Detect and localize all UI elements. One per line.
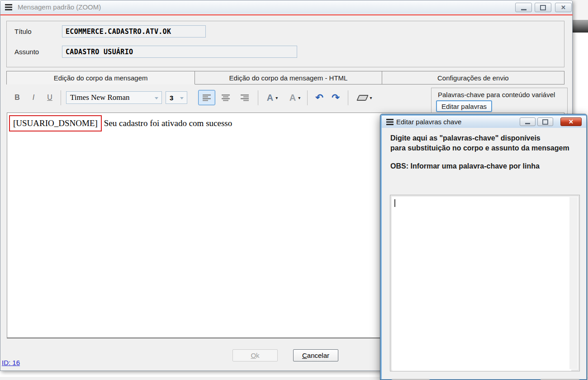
maximize-icon: [540, 5, 546, 10]
dialog-close-button[interactable]: ✕: [560, 117, 582, 126]
cancel-button[interactable]: Cancelar: [293, 349, 338, 361]
note-line: OBS: Informar uma palavra-chave por linh…: [390, 162, 540, 170]
maximize-button[interactable]: [535, 3, 551, 12]
bold-button[interactable]: B: [10, 90, 24, 105]
background-window-band: [573, 20, 588, 33]
keywords-textarea-frame: [390, 195, 580, 371]
tab-configuracoes-envio[interactable]: Configurações de envio: [382, 71, 564, 84]
menu-icon[interactable]: [5, 4, 12, 5]
main-titlebar[interactable]: Mensagem padrão (ZOOM) ✕: [0, 0, 572, 14]
chevron-down-icon: [180, 97, 184, 99]
font-size-select[interactable]: 3: [166, 91, 187, 104]
font-family-select[interactable]: Times New Roman: [66, 91, 162, 104]
redo-icon: ↷: [332, 92, 340, 103]
eraser-button[interactable]: ▾: [352, 90, 378, 105]
eraser-icon: [357, 95, 369, 101]
tab-edicao-corpo[interactable]: Edição do corpo da mensagem: [7, 71, 195, 84]
toolbar-separator: [258, 90, 258, 105]
ok-button-label: Ok: [251, 352, 259, 359]
close-icon: ✕: [569, 119, 574, 125]
chevron-down-icon: [155, 97, 158, 99]
italic-button[interactable]: I: [27, 90, 40, 105]
minimize-icon: [521, 9, 526, 10]
editor-line: [USUARIO_DSNOME] Seu cadastro foi ativad…: [9, 115, 232, 131]
undo-icon: ↶: [315, 92, 323, 103]
instructions-line2: para substituição no corpo e assunto da …: [390, 144, 569, 152]
dialog-titlebar[interactable]: Editar palavras chave ✕: [382, 116, 586, 128]
undo-button[interactable]: ↶: [312, 90, 327, 105]
toolbar-separator: [348, 90, 348, 105]
close-button[interactable]: ✕: [555, 3, 572, 12]
font-size-value: 3: [166, 94, 173, 102]
dialog-body: Digite aqui as "palavras-chave" disponív…: [382, 128, 586, 379]
fields-groupbox: Título ECOMMERCE.CADASTRO.ATV.OK Assunto…: [6, 21, 564, 67]
text-color-button[interactable]: A ▾: [262, 90, 283, 105]
instructions-line1: Digite aqui as "palavras-chave" disponív…: [390, 134, 541, 142]
underline-button[interactable]: U: [43, 90, 57, 105]
maximize-icon: [542, 119, 548, 125]
align-center-icon: [221, 94, 230, 101]
assunto-input[interactable]: CADASTRO USUÁRIO: [62, 46, 297, 58]
editor-text: Seu cadastro foi ativado com sucesso: [104, 118, 232, 128]
align-right-icon: [240, 94, 249, 101]
background-strip: [573, 0, 588, 20]
edit-keywords-button[interactable]: Editar palavras: [436, 100, 492, 112]
cancel-button-label: Cancelar: [302, 352, 329, 359]
chevron-down-icon: ▾: [275, 95, 278, 100]
assunto-label: Assunto: [14, 48, 39, 56]
align-center-button[interactable]: [217, 90, 234, 105]
accent-divider: [0, 14, 573, 15]
id-link[interactable]: ID: 16: [2, 359, 20, 366]
textarea-scrollbar-track[interactable]: [569, 197, 578, 369]
edit-keywords-dialog: Editar palavras chave ✕ Digite aqui as "…: [380, 114, 587, 380]
chevron-down-icon: ▾: [298, 95, 300, 100]
font-family-value: Times New Roman: [66, 93, 130, 102]
minimize-button[interactable]: [515, 3, 532, 12]
toolbar-separator: [307, 90, 308, 105]
keywords-textarea[interactable]: [392, 197, 571, 371]
toolbar-separator: [61, 90, 61, 105]
tab-bar: Edição do corpo da mensagem Edição do co…: [6, 71, 564, 84]
chevron-down-icon: ▾: [370, 95, 372, 100]
redo-button[interactable]: ↷: [328, 90, 343, 105]
screen: Mensagem padrão (ZOOM) ✕ Título ECOMMERC…: [0, 0, 588, 380]
highlight-color-button[interactable]: A ▾: [285, 90, 305, 105]
text-caret: [394, 199, 395, 207]
titulo-label: Título: [14, 28, 32, 35]
keywords-label: Palavras-chave para conteúdo variável: [438, 91, 555, 99]
dialog-minimize-button[interactable]: [520, 117, 536, 126]
keyword-token: [USUARIO_DSNOME]: [9, 115, 102, 131]
align-left-icon: [202, 94, 211, 101]
text-color-icon: A: [267, 93, 273, 102]
ok-button[interactable]: Ok: [232, 349, 278, 361]
tab-edicao-corpo-html[interactable]: Edição do corpo da mensagem - HTML: [195, 71, 382, 84]
align-left-button[interactable]: [198, 90, 215, 105]
minimize-icon: [525, 123, 530, 124]
menu-icon[interactable]: [386, 119, 394, 120]
align-right-button[interactable]: [236, 90, 253, 105]
dialog-title: Editar palavras chave: [396, 118, 461, 126]
close-icon: ✕: [561, 5, 566, 10]
titulo-input[interactable]: ECOMMERCE.CADASTRO.ATV.OK: [62, 25, 206, 38]
main-window-title: Mensagem padrão (ZOOM): [18, 3, 101, 11]
dialog-maximize-button[interactable]: [537, 117, 553, 126]
highlight-color-icon: A: [289, 93, 296, 102]
